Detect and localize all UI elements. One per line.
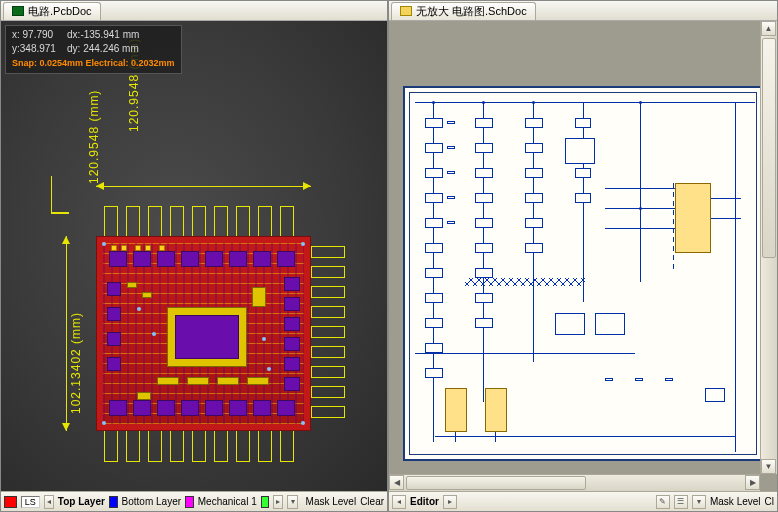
component xyxy=(229,400,247,416)
sch-tab-bar: 无放大 电路图.SchDoc xyxy=(389,1,777,21)
wire xyxy=(605,228,675,229)
component xyxy=(181,251,199,267)
sch-component xyxy=(525,168,543,178)
scroll-down-button[interactable]: ▼ xyxy=(761,459,776,474)
coord-x: x: 97.790 xyxy=(12,29,53,40)
resistor xyxy=(447,221,455,224)
component xyxy=(284,357,300,371)
editor-next-button[interactable]: ▸ xyxy=(443,495,457,509)
finger xyxy=(311,286,345,298)
editor-tab[interactable]: Editor xyxy=(410,496,439,507)
tab-sch-doc[interactable]: 无放大 电路图.SchDoc xyxy=(391,2,536,20)
pad xyxy=(187,377,209,385)
layer-top-label[interactable]: Top Layer xyxy=(58,496,105,507)
sch-mask-level-label[interactable]: Mask Level xyxy=(710,496,761,507)
component xyxy=(205,251,223,267)
scroll-left-button[interactable]: ◀ xyxy=(389,475,404,490)
sch-component xyxy=(425,168,443,178)
pcb-status-bar: LS ◂ Top Layer Bottom Layer Mechanical 1… xyxy=(1,491,387,511)
pad xyxy=(157,377,179,385)
wire xyxy=(605,188,675,189)
component xyxy=(133,251,151,267)
junction xyxy=(532,101,535,104)
coord-snap: Snap: 0.0254mm Electrical: 0.2032mm xyxy=(12,56,175,70)
layer-config-button[interactable]: ▾ xyxy=(287,495,297,509)
wire xyxy=(455,432,456,442)
sch-canvas-area[interactable]: placeholder xyxy=(389,21,777,491)
sch-ic xyxy=(555,313,585,335)
sch-component xyxy=(425,243,443,253)
pcb-pane: 电路.PcbDoc x: 97.790 dx:-135.941 mm y:348… xyxy=(0,0,388,512)
pcb-canvas[interactable]: x: 97.790 dx:-135.941 mm y:348.971 dy: 2… xyxy=(1,21,387,491)
dim-height-label: 102.13402 (mm) xyxy=(69,312,83,414)
sch-component xyxy=(475,318,493,328)
ls-indicator[interactable]: LS xyxy=(21,496,40,508)
coord-dx: dx:-135.941 mm xyxy=(67,29,139,40)
layer-menu-button[interactable]: ▸ xyxy=(273,495,283,509)
sch-canvas[interactable]: placeholder xyxy=(389,21,777,491)
sch-tool-button-1[interactable]: ✎ xyxy=(656,495,670,509)
clear-button[interactable]: Clear xyxy=(360,496,384,507)
component xyxy=(157,251,175,267)
component xyxy=(284,297,300,311)
scroll-up-button[interactable]: ▲ xyxy=(761,21,776,36)
editor-prev-button[interactable]: ◂ xyxy=(392,495,406,509)
scroll-thumb-v[interactable] xyxy=(762,38,776,258)
resistor xyxy=(635,378,643,381)
finger xyxy=(311,366,345,378)
wire xyxy=(711,198,741,199)
resistor xyxy=(447,146,455,149)
junction xyxy=(482,101,485,104)
layer-swatch-mech[interactable] xyxy=(185,496,194,508)
finger xyxy=(311,326,345,338)
scroll-right-button[interactable]: ▶ xyxy=(745,475,760,490)
sch-component xyxy=(475,168,493,178)
sch-sheet[interactable]: placeholder xyxy=(403,86,763,461)
tab-pcb-doc[interactable]: 电路.PcbDoc xyxy=(3,2,101,20)
layer-swatch-top[interactable] xyxy=(4,496,17,508)
sch-component xyxy=(475,218,493,228)
layer-swatch-extra[interactable] xyxy=(261,496,270,508)
layer-bottom-label[interactable]: Bottom Layer xyxy=(122,496,181,507)
sch-component xyxy=(525,218,543,228)
sch-hscrollbar[interactable]: ◀ ▶ xyxy=(389,474,760,491)
sch-ic xyxy=(595,313,625,335)
sch-component xyxy=(525,243,543,253)
dim-width-tick-r xyxy=(51,194,52,212)
sch-component xyxy=(425,193,443,203)
scroll-thumb-h[interactable] xyxy=(406,476,586,490)
sch-pane: 无放大 电路图.SchDoc placeholder xyxy=(388,0,778,512)
sch-component xyxy=(525,193,543,203)
sch-component xyxy=(575,118,591,128)
junction xyxy=(639,101,642,104)
smd-pad xyxy=(145,245,151,251)
sch-component xyxy=(425,368,443,378)
sch-vscrollbar[interactable]: ▲ ▼ xyxy=(760,21,777,474)
layer-mech-label[interactable]: Mechanical 1 xyxy=(198,496,257,507)
via xyxy=(301,421,305,425)
mask-level-label[interactable]: Mask Level xyxy=(306,496,357,507)
layer-prev-button[interactable]: ◂ xyxy=(44,495,54,509)
dim-height-arrow-d xyxy=(62,423,70,431)
component xyxy=(109,251,127,267)
pcb-board[interactable] xyxy=(96,236,311,431)
component xyxy=(277,251,295,267)
sch-clear-button[interactable]: Cl xyxy=(765,496,774,507)
sch-ic xyxy=(565,138,595,164)
sch-tool-button-3[interactable]: ▾ xyxy=(692,495,706,509)
smd-pad xyxy=(135,245,141,251)
pcb-canvas-area[interactable]: x: 97.790 dx:-135.941 mm y:348.971 dy: 2… xyxy=(1,21,387,491)
coord-y: y:348.971 xyxy=(12,43,56,54)
sch-component xyxy=(475,293,493,303)
sch-status-bar: ◂ Editor ▸ ✎ ☰ ▾ Mask Level Cl xyxy=(389,491,777,511)
resistor xyxy=(447,121,455,124)
sch-tool-button-2[interactable]: ☰ xyxy=(674,495,688,509)
sch-component xyxy=(425,268,443,278)
finger xyxy=(311,266,345,278)
sch-component xyxy=(705,388,725,402)
sch-component xyxy=(425,118,443,128)
layer-swatch-bottom[interactable] xyxy=(109,496,118,508)
wire xyxy=(495,432,496,442)
via xyxy=(102,421,106,425)
sch-component xyxy=(475,143,493,153)
